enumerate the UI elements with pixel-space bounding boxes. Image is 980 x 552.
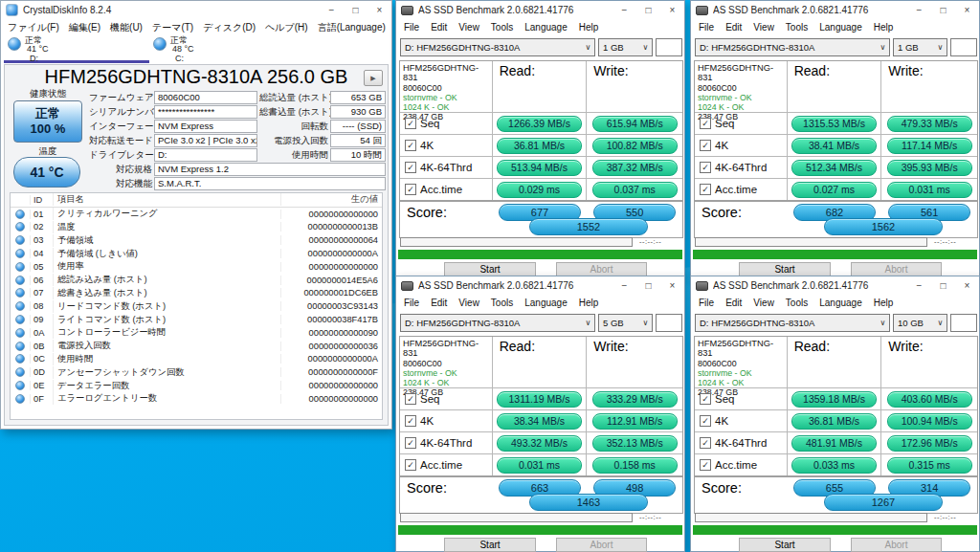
text-field[interactable] [656,314,682,332]
drive-select[interactable]: D: HFM256GDHTNG-8310A ∨ [400,38,595,56]
menu-language[interactable]: Language [519,22,573,33]
attribute-status-icon [15,288,25,298]
menu-file[interactable]: File [693,298,720,308]
menu-item[interactable]: 機能(U) [105,21,147,34]
test-size-select[interactable]: 5 GB ∨ [598,314,653,332]
next-drive-button[interactable]: ▶ [364,70,383,86]
maximize-button[interactable]: □ [344,1,368,19]
checkbox-4k64thrd[interactable]: ✓ [700,162,711,173]
test-size-select[interactable]: 1 GB ∨ [598,38,653,56]
abort-button[interactable]: Abort [851,262,942,276]
menu-view[interactable]: View [747,298,780,308]
menu-help[interactable]: Help [573,22,605,33]
checkbox-acctime[interactable]: ✓ [405,459,416,471]
titlebar[interactable]: AS SSD Benchmark 2.0.6821.41776 − □ × [396,1,684,19]
close-button[interactable]: × [660,276,684,295]
menu-language[interactable]: Language [813,22,868,33]
menu-language[interactable]: Language [813,298,868,308]
start-button[interactable]: Start [739,538,831,552]
maximize-button[interactable]: □ [636,1,660,19]
health-status-badge[interactable]: 正常 100 % [13,100,82,143]
minimize-button[interactable]: − [907,1,931,19]
menu-file[interactable]: File [398,22,425,33]
menu-edit[interactable]: Edit [425,298,453,308]
maximize-button[interactable]: □ [636,276,660,295]
checkbox-4k64thrd[interactable]: ✓ [405,437,416,449]
menu-item[interactable]: ディスク(D) [198,21,260,34]
minimize-button[interactable]: − [907,276,931,295]
checkbox-acctime[interactable]: ✓ [405,184,416,195]
drive-tab[interactable]: 正常 41 °C D: [4,35,149,63]
abort-button[interactable]: Abort [851,538,942,552]
close-button[interactable]: × [955,1,979,19]
menu-help[interactable]: Help [868,298,900,308]
titlebar[interactable]: CrystalDiskInfo 8.2.4 − □ × [1,1,391,19]
smart-row: 04 予備領域 (しきい値) 0000000000000A [11,247,382,260]
start-button[interactable]: Start [444,538,536,552]
close-button[interactable]: × [368,1,391,19]
checkbox-4k[interactable]: ✓ [405,415,416,427]
menu-edit[interactable]: Edit [425,22,453,33]
minimize-button[interactable]: − [612,1,636,19]
test-size-select[interactable]: 10 GB ∨ [893,314,947,332]
checkbox-4k64thrd[interactable]: ✓ [700,437,711,449]
drive-select[interactable]: D: HFM256GDHTNG-8310A ∨ [695,314,890,332]
checkbox-acctime[interactable]: ✓ [700,184,711,195]
chevron-down-icon: ∨ [582,319,594,327]
drive-tab[interactable]: 正常 48 °C C: [149,35,295,63]
menu-edit[interactable]: Edit [720,22,747,33]
row-label: Seq [715,393,734,405]
checkbox-seq[interactable]: ✓ [700,118,711,129]
menu-tools[interactable]: Tools [780,22,813,33]
menu-view[interactable]: View [453,22,485,33]
checkbox-seq[interactable]: ✓ [405,118,416,129]
titlebar[interactable]: AS SSD Benchmark 2.0.6821.41776 − □ × [691,1,979,19]
checkbox-4k64thrd[interactable]: ✓ [405,162,416,173]
checkbox-4k[interactable]: ✓ [405,140,416,151]
menu-file[interactable]: File [398,298,425,308]
menu-item[interactable]: ヘルプ(H) [260,21,313,34]
menu-help[interactable]: Help [868,22,900,33]
abort-button[interactable]: Abort [556,538,647,552]
start-button[interactable]: Start [739,262,831,276]
menu-item[interactable]: 編集(E) [64,21,105,34]
close-button[interactable]: × [660,1,684,19]
checkbox-seq[interactable]: ✓ [405,393,416,405]
start-button[interactable]: Start [444,262,536,276]
menu-tools[interactable]: Tools [485,22,519,33]
abort-button[interactable]: Abort [556,262,647,276]
menu-language[interactable]: Language [519,298,573,308]
minimize-button[interactable]: − [320,1,344,19]
toolbar: D: HFM256GDHTNG-8310A ∨ 1 GB ∨ [396,38,684,58]
menu-view[interactable]: View [453,298,485,308]
app-icon-crystaldiskinfo [6,4,18,16]
titlebar[interactable]: AS SSD Benchmark 2.0.6821.41776 − □ × [691,276,979,295]
text-field[interactable] [656,38,682,56]
menu-edit[interactable]: Edit [720,298,747,308]
text-field[interactable] [950,314,977,332]
maximize-button[interactable]: □ [931,1,955,19]
temperature-badge[interactable]: 41 °C [13,157,80,188]
checkbox-4k[interactable]: ✓ [700,140,711,151]
menu-help[interactable]: Help [573,298,605,308]
menu-file[interactable]: File [693,22,720,33]
menu-view[interactable]: View [747,22,780,33]
drive-select[interactable]: D: HFM256GDHTNG-8310A ∨ [695,38,890,56]
menu-tools[interactable]: Tools [780,298,813,308]
drive-select[interactable]: D: HFM256GDHTNG-8310A ∨ [400,314,595,332]
maximize-button[interactable]: □ [931,276,955,295]
attribute-name: 使用率 [53,260,280,273]
checkbox-4k[interactable]: ✓ [700,415,711,427]
checkbox-seq[interactable]: ✓ [700,393,711,405]
minimize-button[interactable]: − [612,276,636,295]
menu-tools[interactable]: Tools [485,298,519,308]
close-button[interactable]: × [955,276,979,295]
4k64thrd-read-value: 513.94 MB/s [497,160,582,176]
menu-item[interactable]: 言語(Language) [313,21,390,34]
menu-item[interactable]: ファイル(F) [3,21,64,34]
test-size-select[interactable]: 1 GB ∨ [893,38,947,56]
checkbox-acctime[interactable]: ✓ [700,459,711,471]
titlebar[interactable]: AS SSD Benchmark 2.0.6821.41776 − □ × [396,276,684,295]
text-field[interactable] [950,38,977,56]
menu-item[interactable]: テーマ(T) [147,21,198,34]
